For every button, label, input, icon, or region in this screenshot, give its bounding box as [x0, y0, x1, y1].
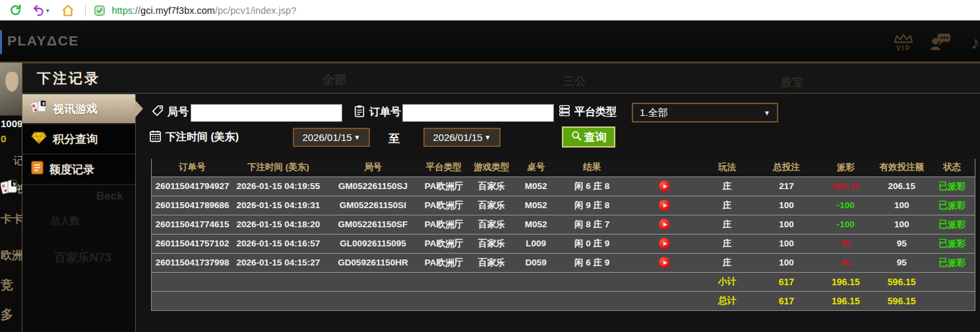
bet-time-label: 下注时间 (美东) — [166, 130, 239, 144]
cell-game-type: 百家乐 — [465, 253, 518, 272]
game-no-input[interactable] — [191, 104, 342, 122]
home-icon[interactable] — [61, 4, 75, 17]
cell-bet-time: 2026-01-15 04:15:27 — [233, 253, 323, 272]
platform-select[interactable]: 1.全部 ▼ — [632, 103, 778, 123]
cell-valid-bet: 95 — [874, 253, 930, 272]
cell-total-bet: 100 — [755, 234, 818, 253]
document-icon — [31, 161, 44, 178]
play-icon — [663, 261, 667, 265]
cell-play: 庄 — [699, 215, 755, 234]
cell-game-no: GD059261150HR — [324, 253, 423, 272]
subtotal-payout: 196.15 — [818, 272, 874, 291]
subtotal-row: 小计 617 196.15 596.15 — [152, 272, 975, 291]
cell-total-bet: 100 — [755, 215, 818, 234]
play-video-button[interactable] — [659, 219, 670, 230]
play-video-button[interactable] — [659, 238, 670, 249]
cell-table-no: L009 — [518, 234, 554, 253]
cell-play: 庄 — [699, 234, 755, 253]
undo-dropdown-caret-icon[interactable]: ▾ — [46, 7, 49, 14]
url-scheme: https — [112, 5, 133, 16]
background-text: 多 — [1, 306, 13, 323]
secure-shield-icon[interactable] — [94, 5, 106, 16]
play-video-button[interactable] — [659, 200, 670, 211]
betting-records-modal: 下注记录 全部 三公 股宝 K♥ 9 视讯游戏 — [22, 63, 980, 332]
background-text: 卡卡 — [1, 211, 22, 227]
cell-bet-time: 2026-01-15 04:19:31 — [233, 196, 323, 215]
play-video-button[interactable] — [659, 180, 670, 192]
order-no-input[interactable] — [402, 104, 554, 122]
subtotal-valid-bet: 596.15 — [874, 272, 930, 291]
date-caret-icon: ▼ — [354, 134, 361, 141]
url-path: /pc/pcv1/index.jsp? — [215, 5, 296, 16]
col-payout: 派彩 — [818, 159, 874, 177]
playing-cards-icon: K♥ 9 — [31, 100, 47, 118]
cell-platform: PA欧洲厅 — [422, 253, 465, 272]
cell-game-type: 百家乐 — [465, 215, 518, 234]
diamond-icon — [31, 131, 47, 148]
cell-play: 庄 — [699, 177, 755, 196]
vip-button[interactable]: VIP — [894, 34, 913, 52]
date-caret-icon: ▼ — [485, 134, 491, 141]
cell-status: 已派彩 — [930, 215, 975, 234]
select-caret-icon: ▼ — [764, 109, 770, 117]
calendar-icon — [149, 130, 162, 145]
header-accent-bar — [0, 30, 2, 54]
cell-order-no: 260115041789686 — [152, 196, 233, 215]
cell-order-no: 260115041794927 — [152, 177, 233, 196]
modal-title-bar: 下注记录 全部 三公 股宝 — [22, 63, 980, 94]
col-play: 玩法 — [699, 159, 755, 177]
date-to-picker[interactable]: 2026/01/15 ▼ — [423, 128, 501, 147]
cell-replay — [630, 253, 699, 272]
cell-valid-bet: 206.15 — [874, 177, 930, 196]
total-row: 总计 617 196.15 596.15 — [152, 291, 975, 310]
date-from-picker[interactable]: 2026/01/15 ▼ — [293, 128, 370, 147]
order-no-label-group: 订单号 — [353, 105, 401, 120]
platform-label-group: 平台类型 — [559, 105, 617, 119]
sidebar-item-credit-records[interactable]: 额度记录 — [22, 155, 135, 185]
col-status: 状态 — [930, 159, 975, 177]
col-bet-time: 下注时间 (美东) — [233, 159, 323, 177]
customer-service-icon[interactable] — [929, 32, 951, 54]
cell-game-no: GL00926115095 — [324, 234, 423, 253]
cell-game-type: 百家乐 — [465, 177, 518, 196]
col-table-no: 桌号 — [518, 159, 554, 177]
bleed-text: 股宝 — [781, 75, 803, 90]
account-id: 1009 — [1, 118, 22, 129]
play-icon — [663, 204, 667, 208]
cell-table-no: D059 — [518, 253, 554, 272]
platform-stack-icon — [559, 105, 570, 119]
cell-payout: -100 — [818, 215, 874, 234]
query-button[interactable]: 查询 — [562, 126, 615, 148]
total-total-bet: 617 — [755, 291, 818, 310]
reload-icon[interactable] — [9, 4, 22, 16]
avatar — [0, 63, 22, 116]
cell-table-no: M052 — [518, 177, 554, 196]
cell-table-no: M052 — [518, 215, 554, 234]
modal-sidebar: K♥ 9 视讯游戏 积分查询 额度记录 — [22, 94, 136, 332]
col-game-no: 局号 — [324, 159, 423, 177]
col-replay — [630, 159, 699, 177]
cell-game-type: 百家乐 — [465, 234, 518, 253]
game-no-label-group: 局号 — [152, 105, 189, 119]
cell-total-bet: 100 — [755, 253, 818, 272]
sidebar-item-video-games[interactable]: K♥ 9 视讯游戏 — [22, 94, 135, 124]
cell-result: 闲 9 庄 8 — [554, 196, 630, 215]
tag-icon — [152, 105, 164, 119]
table-row: 260115041789686 2026-01-15 04:19:31 GM05… — [152, 196, 975, 215]
app-header: PLAYΔCE VIP ♪ — [0, 20, 980, 63]
sidebar-item-points-query[interactable]: 积分查询 — [22, 124, 135, 155]
undo-icon[interactable] — [32, 4, 45, 16]
table-row: 260115041794927 2026-01-15 04:19:55 GM05… — [152, 177, 975, 196]
cell-replay — [630, 177, 699, 196]
url-separator: :// — [133, 5, 140, 16]
cell-status: 已派彩 — [930, 196, 975, 215]
table-row: 260115041774615 2026-01-15 04:18:20 GM05… — [152, 215, 975, 234]
bleed-text: Beck — [96, 190, 123, 203]
page-background: PLAYΔCE VIP ♪ 1009 0 记 — [0, 20, 980, 332]
address-bar[interactable]: https://gci.myf7f3bx.com/pc/pcv1/index.j… — [112, 5, 297, 16]
cell-play: 庄 — [699, 196, 755, 215]
cell-valid-bet: 100 — [874, 196, 930, 215]
music-icon[interactable]: ♪ — [967, 33, 980, 53]
browser-toolbar: ▾ https://gci.myf7f3bx.com/pc/pcv1/index… — [0, 0, 980, 20]
play-video-button[interactable] — [659, 257, 670, 268]
